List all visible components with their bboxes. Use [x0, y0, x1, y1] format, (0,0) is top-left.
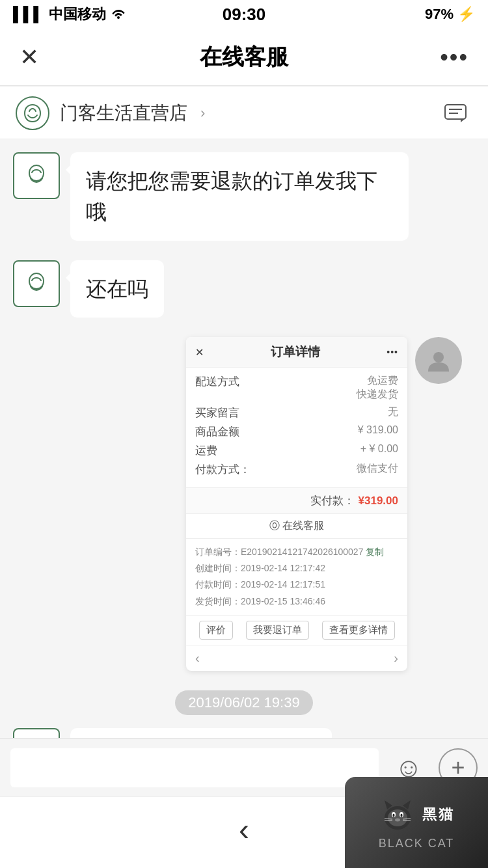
order-card-header: ✕ 订单详情 ••• [186, 337, 407, 368]
svg-point-3 [433, 352, 444, 362]
agent-avatar [13, 152, 60, 199]
order-total: 实付款： ¥319.00 [186, 487, 407, 513]
status-left: ▌▌▌ 中国移动 [13, 5, 126, 24]
shipping-label: 运费 [195, 443, 217, 458]
black-cat-title: 黑猫 [422, 805, 455, 824]
review-button[interactable]: 评价 [199, 621, 233, 640]
note-label: 买家留言 [195, 405, 239, 420]
message-row: 请您把您需要退款的订单发我下哦 [13, 152, 475, 241]
next-icon[interactable]: › [394, 651, 398, 666]
order-detail-row: 运费 + ¥ 0.00 [195, 443, 398, 458]
black-cat-subtitle: BLACK CAT [379, 837, 455, 850]
order-card-row: ✕ 订单详情 ••• 配送方式 免运费快递发货 买家留言 无 商品金额 ¥ 31… [13, 337, 475, 671]
battery-label: 97% [425, 6, 454, 23]
wifi-icon [111, 6, 126, 23]
payment-value: 微信支付 [357, 462, 398, 477]
order-more-icon: ••• [386, 347, 398, 357]
order-detail-row: 商品金额 ¥ 319.00 [195, 424, 398, 439]
svg-point-11 [401, 813, 403, 817]
delivery-value: 免运费快递发货 [357, 374, 398, 401]
battery-icon: ⚡ [457, 6, 475, 23]
svg-rect-0 [445, 105, 466, 119]
order-actions: 评价 我要退订单 查看更多详情 [186, 615, 407, 645]
user-avatar [415, 337, 462, 384]
order-meta: 订单编号：E20190214121742026100027 复制 创建时间：20… [186, 538, 407, 615]
back-button[interactable]: ‹ [239, 811, 249, 847]
order-ship-line: 发货时间：2019-02-15 13:46:46 [195, 593, 398, 610]
svg-point-10 [393, 813, 395, 817]
user-avatar-area [415, 337, 462, 671]
total-label: 实付款： [310, 493, 355, 508]
order-id-line: 订单编号：E20190214121742026100027 复制 [195, 544, 398, 560]
timestamp-row: 2019/06/02 19:39 [13, 690, 475, 715]
online-service-button[interactable]: ⓪ 在线客服 [186, 513, 407, 538]
svg-point-5 [388, 809, 407, 826]
order-detail-row: 配送方式 免运费快递发货 [195, 374, 398, 401]
status-bar: ▌▌▌ 中国移动 09:30 97% ⚡ [0, 0, 488, 29]
agent-avatar [13, 260, 60, 307]
order-pay-line: 付款时间：2019-02-14 12:17:51 [195, 576, 398, 593]
order-card-body: 配送方式 免运费快递发货 买家留言 无 商品金额 ¥ 319.00 运费 + ¥… [186, 368, 407, 487]
delivery-label: 配送方式 [195, 374, 239, 401]
order-nav: ‹ › [186, 645, 407, 671]
svg-point-12 [395, 818, 400, 821]
chat-icon-button[interactable] [439, 99, 472, 128]
order-card-title: 订单详情 [271, 344, 320, 360]
page-title: 在线客服 [200, 42, 288, 72]
nav-bar: ✕ 在线客服 ••• [0, 29, 488, 86]
shop-header: 门客生活直营店 › [0, 87, 488, 139]
amount-value: ¥ 319.00 [358, 424, 398, 439]
order-card[interactable]: ✕ 订单详情 ••• 配送方式 免运费快递发货 买家留言 无 商品金额 ¥ 31… [186, 337, 407, 671]
shop-info[interactable]: 门客生活直营店 › [16, 96, 205, 130]
message-input[interactable] [10, 748, 379, 787]
message-row: 还在吗 [13, 260, 475, 318]
details-button[interactable]: 查看更多详情 [322, 621, 395, 640]
more-button[interactable]: ••• [440, 44, 468, 71]
shop-name: 门客生活直营店 [60, 101, 187, 126]
order-close-icon: ✕ [195, 346, 204, 359]
close-button[interactable]: ✕ [20, 44, 39, 71]
shipping-value: + ¥ 0.00 [360, 443, 398, 458]
total-value: ¥319.00 [359, 495, 398, 508]
status-right: 97% ⚡ [425, 6, 475, 23]
black-cat-watermark: 黑猫 BLACK CAT [345, 777, 488, 868]
prev-icon[interactable]: ‹ [195, 651, 200, 666]
note-value: 无 [388, 405, 398, 420]
signal-icon: ▌▌▌ [13, 6, 44, 23]
refund-button[interactable]: 我要退订单 [246, 621, 309, 640]
shop-logo [16, 96, 49, 130]
carrier-label: 中国移动 [49, 5, 106, 24]
message-bubble: 请您把您需要退款的订单发我下哦 [70, 152, 409, 241]
order-create-line: 创建时间：2019-02-14 12:17:42 [195, 560, 398, 576]
shop-arrow: › [200, 105, 205, 122]
timestamp-badge: 2019/06/02 19:39 [175, 690, 312, 715]
time-display: 09:30 [223, 5, 266, 25]
message-bubble: 还在吗 [70, 260, 164, 318]
order-detail-row: 付款方式： 微信支付 [195, 462, 398, 477]
black-cat-logo: 黑猫 [378, 795, 455, 834]
payment-label: 付款方式： [195, 462, 251, 477]
online-service-label: ⓪ 在线客服 [269, 519, 324, 533]
order-detail-row: 买家留言 无 [195, 405, 398, 420]
amount-label: 商品金额 [195, 424, 239, 439]
